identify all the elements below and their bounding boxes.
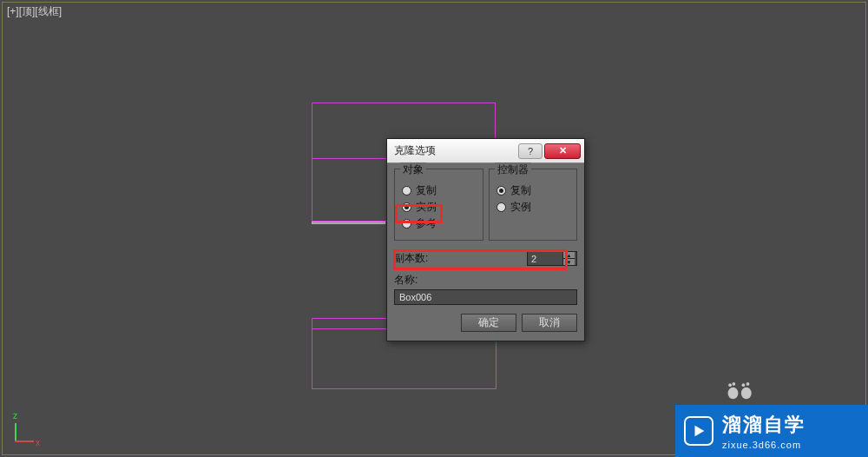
spinner-down-icon[interactable]: ▼: [563, 259, 575, 265]
viewport-label[interactable]: [+][顶][线框]: [7, 4, 62, 19]
copies-input[interactable]: [528, 252, 562, 265]
scene-object[interactable]: [312, 222, 385, 224]
radio-ctrl-instance[interactable]: 实例: [496, 200, 570, 215]
axis-y-label: z: [13, 411, 17, 421]
svg-point-0: [728, 387, 739, 400]
footprint-icon: [726, 381, 755, 403]
object-group-legend: 对象: [400, 162, 426, 177]
copies-spinner[interactable]: ▲ ▼: [527, 251, 577, 266]
radio-label: 复制: [510, 183, 531, 198]
copies-label: 副本数:: [394, 251, 527, 266]
spinner-up-icon[interactable]: ▲: [563, 252, 575, 259]
clone-options-dialog: 克隆选项 ? ✕ 对象 复制 实例 参考 控制器: [386, 138, 585, 341]
help-button[interactable]: ?: [518, 143, 542, 159]
radio-icon: [402, 219, 411, 228]
radio-icon: [496, 202, 506, 212]
radio-instance[interactable]: 实例: [402, 200, 476, 215]
axis-gizmo: z x: [13, 418, 39, 444]
radio-icon: [496, 186, 506, 195]
radio-label: 参考: [416, 216, 437, 231]
svg-point-4: [742, 383, 746, 387]
close-button[interactable]: ✕: [544, 143, 581, 159]
radio-label: 实例: [416, 200, 437, 215]
radio-label: 复制: [416, 183, 437, 198]
axis-x-label: x: [36, 438, 40, 447]
controller-group: 控制器 复制 实例: [489, 169, 578, 241]
dialog-body: 对象 复制 实例 参考 控制器 复制: [387, 163, 584, 341]
dialog-title: 克隆选项: [394, 143, 516, 158]
watermark-brand: 溜溜自学: [722, 412, 806, 438]
radio-copy[interactable]: 复制: [402, 183, 476, 198]
svg-point-1: [741, 387, 752, 400]
radio-label: 实例: [510, 200, 531, 215]
svg-point-2: [728, 383, 732, 387]
radio-ctrl-copy[interactable]: 复制: [496, 183, 570, 198]
copies-row: 副本数: ▲ ▼: [394, 251, 577, 266]
ok-button[interactable]: 确定: [461, 314, 516, 332]
name-input[interactable]: [394, 289, 577, 305]
watermark: 溜溜自学 zixue.3d66.com: [675, 405, 868, 457]
play-icon: [684, 416, 713, 446]
cancel-button[interactable]: 取消: [522, 314, 577, 332]
radio-icon: [402, 186, 411, 195]
svg-marker-6: [695, 426, 705, 437]
object-group: 对象 复制 实例 参考: [394, 169, 483, 241]
name-row: 名称:: [394, 273, 577, 305]
radio-reference[interactable]: 参考: [402, 216, 476, 231]
svg-point-3: [732, 382, 735, 386]
svg-point-5: [746, 382, 750, 386]
watermark-url: zixue.3d66.com: [722, 440, 806, 450]
dialog-titlebar[interactable]: 克隆选项 ? ✕: [387, 139, 584, 163]
radio-icon: [402, 202, 411, 212]
controller-group-legend: 控制器: [495, 162, 531, 177]
name-label: 名称:: [394, 273, 577, 288]
